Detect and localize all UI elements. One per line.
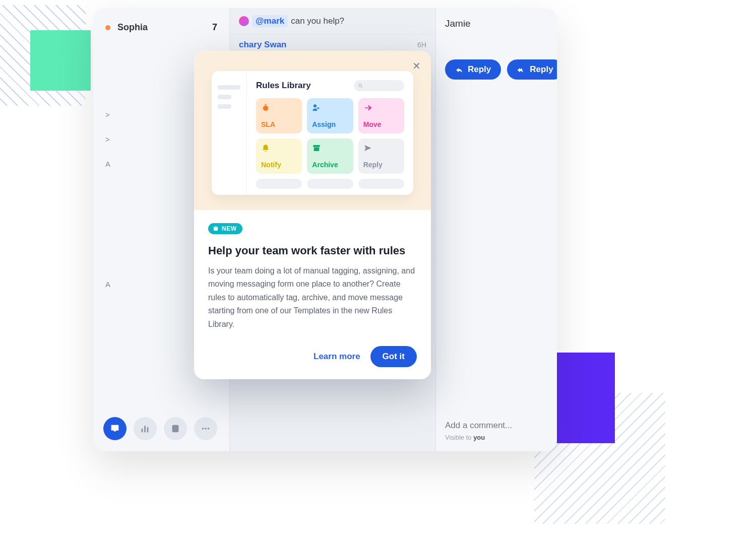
comment-input[interactable] — [445, 418, 548, 434]
analytics-button[interactable] — [134, 417, 157, 440]
svg-point-17 — [216, 226, 217, 227]
svg-rect-10 — [265, 104, 267, 105]
svg-point-6 — [208, 428, 210, 430]
tile-label: Assign — [312, 120, 348, 128]
modal-description: Is your team doing a lot of manual taggi… — [208, 264, 417, 331]
rule-tile-reply[interactable]: Reply — [358, 138, 404, 174]
rules-library-preview: Rules Library SLA Assign — [212, 71, 413, 195]
close-button[interactable]: ✕ — [412, 60, 421, 72]
tile-label: Notify — [261, 161, 297, 169]
reply-all-icon — [517, 65, 526, 74]
rule-tile-notify[interactable]: Notify — [256, 138, 302, 174]
svg-point-4 — [202, 428, 204, 430]
thread-sender: chary Swan — [239, 40, 287, 50]
decoration-purple-block — [549, 353, 615, 443]
rule-tile-archive[interactable]: Archive — [307, 138, 353, 174]
modal-body: NEW Help your team work faster with rule… — [194, 210, 431, 379]
pinned-message[interactable]: @mark can you help? — [230, 8, 435, 35]
more-button[interactable] — [194, 417, 217, 440]
svg-point-5 — [205, 428, 207, 430]
rule-tile-assign[interactable]: Assign — [307, 98, 353, 133]
close-icon: ✕ — [412, 60, 421, 72]
new-badge-text: NEW — [222, 225, 237, 232]
svg-point-16 — [214, 226, 215, 227]
send-icon — [363, 144, 372, 153]
tile-label: SLA — [261, 120, 297, 128]
svg-rect-15 — [214, 228, 218, 229]
tile-placeholder — [358, 179, 404, 189]
avatar-icon — [239, 16, 249, 26]
sidebar-contact[interactable]: Sophia 7 — [93, 18, 229, 37]
tile-placeholder — [256, 179, 302, 189]
app-window: Sophia 7 > > A A @mark — [93, 8, 557, 451]
svg-rect-13 — [314, 148, 320, 152]
placeholder-bar — [218, 95, 231, 99]
preview-title: Rules Library — [256, 81, 311, 91]
svg-point-11 — [313, 104, 317, 107]
preview-search[interactable] — [354, 80, 404, 91]
detail-contact-name: Jamie — [445, 18, 548, 29]
status-dot-icon — [105, 25, 110, 30]
got-it-button[interactable]: Got it — [370, 346, 417, 367]
learn-more-link[interactable]: Learn more — [313, 352, 360, 362]
dots-icon — [200, 423, 211, 434]
modal-title: Help your team work faster with rules — [208, 244, 417, 257]
contact-count: 7 — [212, 22, 217, 33]
inbox-button[interactable] — [103, 417, 127, 440]
svg-line-8 — [361, 86, 362, 87]
tile-placeholder — [307, 179, 353, 189]
tile-label: Move — [363, 120, 399, 128]
pinned-text: can you help? — [291, 16, 344, 26]
detail-panel: Jamie Reply Reply Visible to you — [436, 8, 557, 451]
bell-icon — [261, 144, 270, 153]
gift-icon — [213, 226, 219, 232]
svg-rect-14 — [214, 228, 218, 231]
decoration-mint-square — [30, 30, 91, 91]
placeholder-bar — [218, 104, 231, 109]
new-badge: NEW — [208, 223, 242, 234]
contacts-button[interactable] — [164, 417, 187, 440]
svg-rect-12 — [313, 145, 321, 147]
sidebar-bottom-nav — [93, 409, 229, 451]
svg-rect-3 — [172, 425, 179, 433]
person-icon — [170, 423, 181, 434]
svg-rect-0 — [142, 429, 143, 432]
reply-label: Reply — [468, 64, 491, 75]
svg-point-9 — [263, 106, 269, 111]
modal-hero: ✕ Rules Library — [194, 51, 431, 210]
reply-all-label: Reply — [530, 64, 553, 75]
thread-time: 6H — [417, 41, 426, 49]
rule-tile-move[interactable]: Move — [358, 98, 404, 133]
contact-name: Sophia — [117, 22, 148, 33]
reply-icon — [455, 65, 464, 74]
svg-point-7 — [359, 84, 362, 87]
tile-label: Archive — [312, 161, 348, 169]
svg-rect-2 — [147, 427, 149, 432]
inbox-icon — [109, 423, 120, 434]
reply-button[interactable]: Reply — [445, 59, 501, 80]
arrow-right-icon — [363, 103, 372, 112]
mention-chip[interactable]: @mark — [252, 15, 288, 27]
search-icon — [358, 83, 363, 89]
person-arrow-icon — [312, 103, 321, 112]
bars-icon — [140, 423, 151, 434]
clock-icon — [261, 103, 270, 112]
rules-library-modal: ✕ Rules Library — [194, 51, 431, 379]
rule-tile-sla[interactable]: SLA — [256, 98, 302, 133]
preview-side — [212, 71, 247, 195]
reply-all-button[interactable]: Reply — [507, 59, 557, 80]
placeholder-bar — [218, 85, 240, 90]
svg-rect-1 — [144, 426, 146, 433]
archive-icon — [312, 144, 321, 153]
visibility-label: Visible to you — [445, 434, 548, 441]
tile-label: Reply — [363, 161, 399, 169]
